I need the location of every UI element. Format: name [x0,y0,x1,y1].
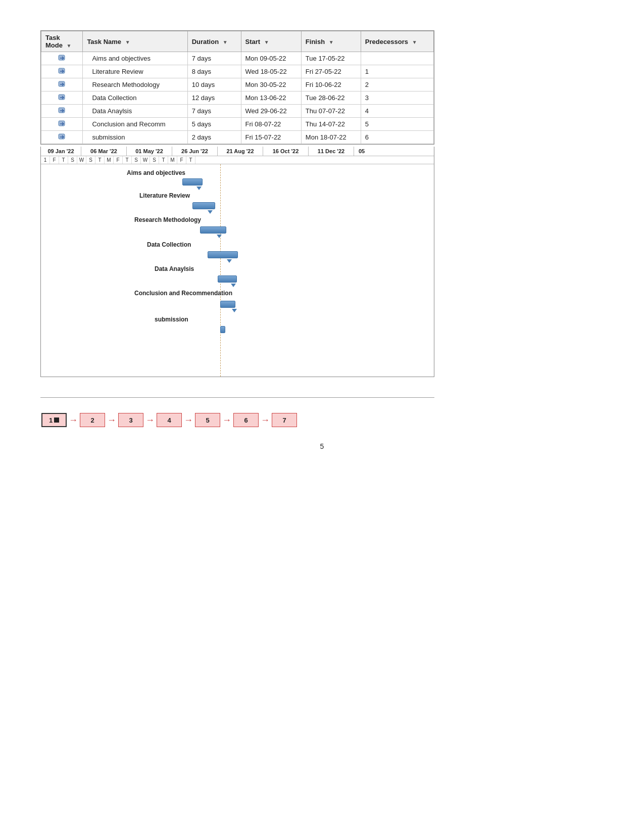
task-pred-cell-1 [361,52,433,65]
col-predecessors[interactable]: Predecessors ▼ [361,31,433,52]
period-oct: 16 Oct '22 [263,147,309,156]
table-row: submission2 daysFri 15-07-22Mon 18-07-22… [41,131,434,144]
table-row: Research Methodology10 daysMon 30-05-22F… [41,78,434,91]
task-mode-icon [58,54,66,61]
task-mode-icon [58,133,66,140]
task-name-cell-5: Data Anaylsis [83,105,187,118]
task-finish-cell-6: Thu 14-07-22 [301,118,361,131]
task-mode-icon [58,80,66,87]
page-box-5[interactable]: 5 [195,413,220,427]
task-duration-cell-7: 2 days [187,131,241,144]
task-duration-cell-6: 5 days [187,118,241,131]
task-name-cell-3: Research Methodology [83,78,187,91]
task-mode-icon [58,67,66,74]
col-start[interactable]: Start ▼ [241,31,301,52]
task-pred-cell-7: 6 [361,131,433,144]
day-F2: F [114,156,123,164]
task-start-cell-5: Wed 29-06-22 [241,105,301,118]
task-mode-cell-1 [41,52,83,65]
page-arrow-5-6: → [222,415,231,426]
task-arrow-1 [196,187,202,190]
task-start-cell-4: Mon 13-06-22 [241,91,301,105]
page-arrow-4-5: → [184,415,193,426]
task-label-4: Data Collection [147,241,191,248]
task-duration-cell-3: 10 days [187,78,241,91]
table-row: Conclusion and Recomm5 daysFri 08-07-22T… [41,118,434,131]
task-arrow-6 [232,309,237,312]
task-bar-2 [192,202,215,209]
page-arrow-1-2: → [69,415,78,426]
svg-rect-2 [59,68,65,73]
day-T3: T [123,156,132,164]
col-task-name[interactable]: Task Name ▼ [83,31,187,52]
timeline-days: 1 F T S W S T M F T S W S T M F T [41,156,434,164]
day-S2: S [86,156,95,164]
page-box-3[interactable]: 3 [118,413,143,427]
table-row: Data Collection12 daysMon 13-06-22Tue 28… [41,91,434,105]
gantt-bars-container: Aims and objectives Literature Review Re… [41,164,434,377]
page-box-7[interactable]: 7 [272,413,297,427]
task-pred-cell-6: 5 [361,118,433,131]
page-arrow-3-4: → [145,415,155,426]
task-pred-cell-3: 2 [361,78,433,91]
col-finish[interactable]: Finish ▼ [301,31,361,52]
task-label-7: submission [155,316,188,323]
task-mode-cell-6 [41,118,83,131]
page-container: TaskMode ▼ Task Name ▼ Duration ▼ Start … [0,0,644,834]
task-duration-cell-4: 12 days [187,91,241,105]
task-label-2: Literature Review [139,192,190,199]
svg-rect-8 [59,108,65,113]
task-bar-3 [200,226,226,234]
day-T2: T [95,156,105,164]
task-start-cell-1: Mon 09-05-22 [241,52,301,65]
timeline-top: 09 Jan '22 06 Mar '22 01 May '22 26 Jun … [41,147,434,156]
task-label-6: Conclusion and Recommendation [134,290,232,297]
task-mode-cell-3 [41,78,83,91]
task-arrow-4 [227,259,232,263]
task-bar-7 [220,326,225,333]
day-T4: T [159,156,168,164]
col-duration[interactable]: Duration ▼ [187,31,241,52]
task-name-cell-2: Literature Review [83,65,187,78]
page-1-indicator [54,418,59,423]
task-duration-cell-1: 7 days [187,52,241,65]
page-arrow-2-3: → [107,415,116,426]
period-jan: 09 Jan '22 [41,147,81,156]
day-1: 1 [41,156,50,164]
task-start-cell-2: Wed 18-05-22 [241,65,301,78]
task-mode-cell-5 [41,105,83,118]
task-mode-cell-2 [41,65,83,78]
svg-rect-10 [59,121,65,126]
task-start-cell-6: Fri 08-07-22 [241,118,301,131]
table-row: Aims and objectives7 daysMon 09-05-22Tue… [41,52,434,65]
task-finish-cell-1: Tue 17-05-22 [301,52,361,65]
task-bar-5 [218,275,237,283]
pagination-section: 1 → 2 → 3 → 4 → 5 → 6 → 7 [40,397,434,427]
day-M2: M [168,156,177,164]
col-task-mode[interactable]: TaskMode ▼ [41,31,83,52]
task-finish-cell-2: Fri 27-05-22 [301,65,361,78]
page-arrow-6-7: → [261,415,270,426]
day-F3: F [177,156,186,164]
finish-sort-icon: ▼ [329,39,334,45]
task-name-sort-icon: ▼ [125,39,130,45]
svg-rect-12 [59,134,65,139]
period-may: 01 May '22 [127,147,172,156]
task-mode-icon [58,120,66,127]
period-jun: 26 Jun '22 [172,147,218,156]
task-bar-4 [208,251,238,258]
page-box-2[interactable]: 2 [80,413,105,427]
pagination-row: 1 → 2 → 3 → 4 → 5 → 6 → 7 [40,413,434,427]
task-finish-cell-5: Thu 07-07-22 [301,105,361,118]
table-row: Literature Review8 daysWed 18-05-22Fri 2… [41,65,434,78]
task-mode-sort-icon: ▼ [67,43,72,49]
page-number: 5 [40,442,604,450]
task-arrow-5 [231,284,236,287]
today-line [220,164,221,377]
page-box-6[interactable]: 6 [233,413,259,427]
page-box-1[interactable]: 1 [41,413,67,427]
task-pred-cell-5: 4 [361,105,433,118]
page-box-4[interactable]: 4 [157,413,182,427]
task-label-1: Aims and objectives [127,169,185,176]
task-finish-cell-7: Mon 18-07-22 [301,131,361,144]
